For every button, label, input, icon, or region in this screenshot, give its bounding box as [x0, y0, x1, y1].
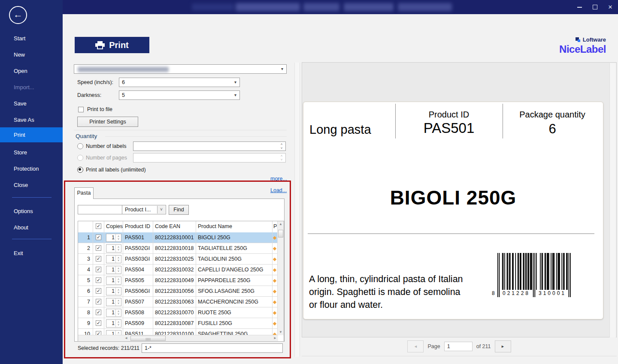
- record-range-input[interactable]: 1-*: [142, 343, 283, 353]
- speed-select[interactable]: 6 ▾: [119, 78, 240, 87]
- page-number-input[interactable]: 1: [444, 342, 473, 351]
- find-button[interactable]: Find: [169, 205, 189, 215]
- cell-code-ean: 8021228310063: [153, 297, 196, 307]
- more-link[interactable]: more...: [270, 176, 287, 182]
- copies-stepper[interactable]: 1˄˅: [106, 309, 121, 317]
- row-checkbox[interactable]: ✓: [96, 320, 101, 326]
- label-category: Long pasta: [309, 123, 371, 137]
- copies-stepper[interactable]: 1˄˅: [106, 255, 121, 263]
- maximize-button[interactable]: [587, 0, 603, 14]
- copies-stepper[interactable]: 1˄˅: [106, 287, 121, 295]
- header-product-id[interactable]: Product ID: [123, 221, 153, 232]
- table-row[interactable]: 6 ✓ 1˄˅ PAS506GI 8021228310056 SFOG.LASA…: [78, 286, 278, 297]
- check-icon: ✓: [96, 246, 101, 250]
- sidebar-item-new[interactable]: New: [0, 50, 63, 60]
- company-name: Loftware: [583, 36, 606, 43]
- vscroll-thumb[interactable]: [278, 230, 283, 238]
- header-product-name[interactable]: Product Name: [196, 221, 273, 232]
- sidebar-item-save[interactable]: Save: [0, 99, 63, 108]
- partial-cell-icon: [273, 322, 276, 325]
- tab-pasta[interactable]: Pasta: [74, 187, 94, 199]
- sidebar-item-about[interactable]: About: [0, 223, 63, 232]
- sidebar-item-save-as[interactable]: Save As: [0, 115, 63, 125]
- number-of-pages-radio: [77, 155, 83, 161]
- back-button[interactable]: ←: [9, 6, 27, 24]
- cell-code-ean: 8021228310070: [153, 307, 196, 318]
- copies-stepper[interactable]: 1˄˅: [106, 266, 121, 274]
- preview-footer-rule: [302, 356, 617, 356]
- grid-horizontal-scrollbar[interactable]: ◄ ►: [78, 335, 278, 341]
- preview-scrollbar[interactable]: [609, 63, 616, 337]
- sidebar-item-options[interactable]: Options: [0, 207, 63, 216]
- table-row[interactable]: 7 ✓ 1˄˅ PAS507 8021228310063 MACCHERONCI…: [78, 297, 278, 307]
- label-preview: Long pasta Product ID PAS501 Package qua…: [303, 102, 603, 319]
- print-all-labels-radio[interactable]: [77, 167, 83, 173]
- minimize-button[interactable]: [572, 0, 587, 14]
- cell-product-name: TAGLIATELLE 250G: [196, 243, 273, 253]
- section-divider: [74, 130, 287, 130]
- sidebar-item-print[interactable]: Print: [0, 127, 63, 142]
- scroll-down-icon[interactable]: ▼: [278, 329, 284, 335]
- row-checkbox[interactable]: ✓: [96, 288, 101, 294]
- hscroll-thumb[interactable]: [130, 336, 166, 341]
- scroll-up-icon[interactable]: ▲: [278, 221, 284, 227]
- number-of-labels-input[interactable]: ˄˅: [133, 141, 286, 151]
- row-checkbox[interactable]: ✓: [96, 277, 101, 283]
- print-button[interactable]: Print: [75, 37, 149, 53]
- scroll-left-icon[interactable]: ◄: [123, 335, 129, 341]
- cell-product-id: PAS511: [123, 329, 153, 335]
- number-of-labels-radio[interactable]: [77, 143, 83, 149]
- header-copies[interactable]: Copies: [104, 221, 123, 232]
- load-link[interactable]: Load...: [270, 187, 287, 193]
- table-row[interactable]: 3 ✓ 1˄˅ PAS503GI 8021228310025 TAGLIOLIN…: [78, 254, 278, 265]
- select-all-checkbox[interactable]: ✓: [96, 223, 101, 229]
- next-page-button[interactable]: ►: [495, 340, 511, 352]
- copies-stepper[interactable]: 1˄˅: [106, 319, 121, 328]
- close-button[interactable]: ✕: [603, 0, 618, 14]
- row-checkbox[interactable]: ✓: [96, 256, 101, 262]
- table-row-partial[interactable]: 10 ✓ 1˄˅ PAS511 8021228310100 SPAGHETTIN…: [78, 329, 278, 335]
- printer-select[interactable]: ▾: [74, 64, 287, 74]
- thumb-grip: [146, 338, 150, 340]
- copies-stepper[interactable]: 1˄˅: [106, 244, 121, 253]
- spinner-arrows[interactable]: ˄˅: [278, 142, 285, 150]
- copies-stepper[interactable]: 1˄˅: [106, 298, 121, 306]
- copies-stepper[interactable]: 1˄˅: [106, 277, 121, 285]
- search-input[interactable]: [78, 205, 122, 214]
- sidebar-item-protection[interactable]: Protection: [0, 164, 63, 174]
- scroll-right-icon[interactable]: ►: [272, 335, 278, 341]
- header-select-all[interactable]: ✓: [93, 221, 104, 232]
- darkness-select[interactable]: 5 ▾: [119, 90, 240, 100]
- table-row[interactable]: 5 ✓ 1˄˅ PAS505 8021228310049 PAPPARDELLE…: [78, 275, 278, 286]
- row-checkbox[interactable]: ✓: [96, 299, 101, 304]
- copies-stepper[interactable]: 1˄˅: [106, 234, 121, 242]
- loftware-logo-icon: [576, 37, 581, 42]
- table-row[interactable]: 4 ✓ 1˄˅ PAS504 8021228310032 CAPELLI D'A…: [78, 265, 278, 275]
- sidebar-item-start[interactable]: Start: [0, 34, 63, 43]
- combo-chevron-icon[interactable]: ˅: [157, 206, 165, 214]
- search-field-combo[interactable]: Product I... ˅: [122, 205, 166, 214]
- cell-code-ean: 8021228310087: [153, 318, 196, 328]
- header-code-ean[interactable]: Code EAN: [153, 221, 196, 232]
- row-number: 7: [78, 297, 93, 307]
- partial-cell-icon: [273, 290, 276, 293]
- row-checkbox[interactable]: ✓: [96, 235, 101, 240]
- printer-settings-button[interactable]: Printer Settings: [77, 117, 138, 127]
- pane-scrollbar[interactable]: [294, 63, 300, 357]
- previous-page-button[interactable]: ◄: [407, 340, 424, 352]
- row-checkbox[interactable]: ✓: [96, 310, 101, 315]
- sidebar-item-store[interactable]: Store: [0, 148, 63, 157]
- row-checkbox[interactable]: ✓: [96, 245, 101, 251]
- grid-vertical-scrollbar[interactable]: ▲ ▼: [277, 221, 284, 335]
- table-row[interactable]: 9 ✓ 1˄˅ PAS509 8021228310087 FUSILLI 250…: [78, 318, 278, 329]
- check-icon: ✓: [96, 256, 101, 261]
- sidebar-item-close[interactable]: Close: [0, 180, 63, 190]
- table-row[interactable]: 2 ✓ 1˄˅ PAS502GI 8021228310018 TAGLIATEL…: [78, 243, 278, 254]
- print-to-file-checkbox[interactable]: [78, 107, 84, 112]
- table-row[interactable]: 1 ✓ 1˄˅ PAS501 8021228310001 BIGOLI 250G: [78, 232, 278, 243]
- table-row[interactable]: 8 ✓ 1˄˅ PAS508 8021228310070 RUOTE 250G: [78, 307, 278, 318]
- row-checkbox[interactable]: ✓: [96, 267, 101, 272]
- sidebar-item-exit[interactable]: Exit: [0, 249, 63, 258]
- spinner-arrows: ˄˅: [278, 154, 285, 162]
- sidebar-item-open[interactable]: Open: [0, 66, 63, 76]
